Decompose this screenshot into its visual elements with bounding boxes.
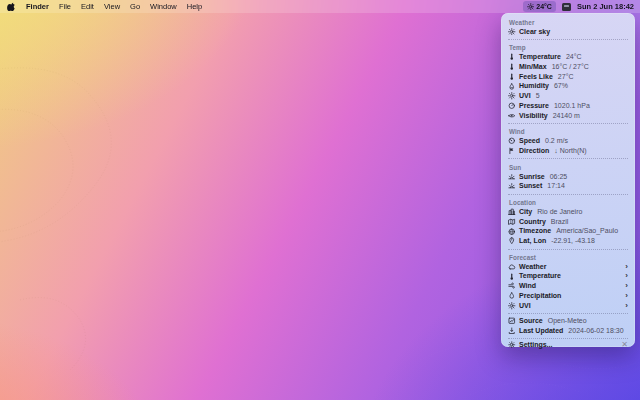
row-value: 17:14 xyxy=(547,181,565,191)
info-row-feels-like: Feels Like27°C xyxy=(508,72,628,82)
info-row-country: CountryBrazil xyxy=(508,217,628,227)
section-header-location: Location xyxy=(509,199,628,206)
row-label: Pressure xyxy=(519,101,549,111)
menu-bar-clock[interactable]: Sun 2 Jun 18:42 xyxy=(577,2,634,11)
menu-item-finder[interactable]: Finder xyxy=(21,0,54,13)
settings-menu-item[interactable]: Settings... ✕ xyxy=(508,341,628,349)
row-label: Timezone xyxy=(519,226,551,236)
input-source-icon[interactable] xyxy=(562,3,571,11)
forecast-submenu-precipitation[interactable]: Precipitation› xyxy=(508,291,628,301)
flag-icon xyxy=(508,147,516,155)
row-label: Temperature xyxy=(519,52,561,62)
chevron-right-icon: › xyxy=(625,282,628,290)
thermometer-icon xyxy=(508,273,516,281)
row-label: Direction xyxy=(519,146,549,156)
forecast-submenu-weather[interactable]: Weather› xyxy=(508,262,628,272)
sun-icon xyxy=(508,302,516,310)
menu-item-file[interactable]: File xyxy=(54,0,76,13)
row-value: 06:25 xyxy=(550,172,568,182)
divider xyxy=(508,39,628,40)
row-label: UVI xyxy=(519,301,531,311)
row-value: ↓ North(N) xyxy=(554,146,586,156)
info-row-speed: Speed0.2 m/s xyxy=(508,136,628,146)
forecast-submenu-temperature[interactable]: Temperature› xyxy=(508,271,628,281)
section-header-wind: Wind xyxy=(509,128,628,135)
row-label: Wind xyxy=(519,281,536,291)
chevron-right-icon: › xyxy=(625,292,628,300)
weather-dropdown-panel: WeatherClear skyTempTemperature24°CMin/M… xyxy=(501,13,635,347)
menu-bar-status: 24°C Sun 2 Jun 18:42 xyxy=(523,1,634,12)
row-value: 67% xyxy=(554,81,568,91)
menu-item-go[interactable]: Go xyxy=(125,0,145,13)
forecast-submenu-uvi[interactable]: UVI› xyxy=(508,301,628,311)
pin-icon xyxy=(508,237,516,245)
divider xyxy=(508,123,628,124)
info-row-uvi: UVI5 xyxy=(508,91,628,101)
row-label: Lat, Lon xyxy=(519,236,546,246)
row-value: 16°C / 27°C xyxy=(552,62,589,72)
section-header-sun: Sun xyxy=(509,164,628,171)
row-label: Last Updated xyxy=(519,326,563,336)
row-label: Visibility xyxy=(519,111,548,121)
divider xyxy=(508,338,628,339)
divider xyxy=(508,249,628,250)
menu-item-help[interactable]: Help xyxy=(182,0,207,13)
gauge-icon xyxy=(508,102,516,110)
info-row-humidity: Humidity67% xyxy=(508,81,628,91)
row-value: Open-Meteo xyxy=(548,316,587,326)
weather-menu-extra[interactable]: 24°C xyxy=(523,1,556,12)
globe-icon xyxy=(508,228,516,236)
divider xyxy=(508,194,628,195)
chevron-right-icon: › xyxy=(625,263,628,271)
sun-icon xyxy=(508,28,516,36)
apple-menu-icon[interactable] xyxy=(6,2,17,11)
sunset-icon xyxy=(508,182,516,190)
wind-icon xyxy=(508,282,516,290)
menu-item-window[interactable]: Window xyxy=(145,0,182,13)
divider xyxy=(508,158,628,159)
download-icon xyxy=(508,327,516,335)
row-value: 1020.1 hPa xyxy=(554,101,590,111)
row-label: UVI xyxy=(519,91,531,101)
droplet-icon xyxy=(508,292,516,300)
humidity-icon xyxy=(508,83,516,91)
menu-item-view[interactable]: View xyxy=(99,0,125,13)
row-label: Source xyxy=(519,316,543,326)
row-label: Speed xyxy=(519,136,540,146)
row-label: Sunrise xyxy=(519,172,545,182)
info-row-clear-sky: Clear sky xyxy=(508,27,628,37)
row-label: Humidity xyxy=(519,81,549,91)
info-row-pressure: Pressure1020.1 hPa xyxy=(508,101,628,111)
section-header-forecast: Forecast xyxy=(509,254,628,261)
info-row-temperature: Temperature24°C xyxy=(508,52,628,62)
info-row-sunset: Sunset17:14 xyxy=(508,181,628,191)
speedometer-icon xyxy=(508,137,516,145)
row-value: 24°C xyxy=(566,52,582,62)
section-header-weather: Weather xyxy=(509,19,628,26)
row-label: Precipitation xyxy=(519,291,561,301)
menu-bar: FinderFileEditViewGoWindowHelp 24°C Sun … xyxy=(0,0,640,13)
menu-item-edit[interactable]: Edit xyxy=(76,0,99,13)
map-icon xyxy=(508,218,516,226)
chevron-right-icon: › xyxy=(625,302,628,310)
row-label: City xyxy=(519,207,532,217)
thermometer-icon xyxy=(508,73,516,81)
info-row-visibility: Visibility24140 m xyxy=(508,111,628,121)
sunrise-icon xyxy=(508,173,516,181)
row-value: Brazil xyxy=(551,217,569,227)
close-icon[interactable]: ✕ xyxy=(621,341,628,349)
row-value: America/Sao_Paulo xyxy=(556,226,618,236)
forecast-submenu-wind[interactable]: Wind› xyxy=(508,281,628,291)
row-value: Rio de Janeiro xyxy=(537,207,582,217)
thermometer-icon xyxy=(508,63,516,71)
row-value: -22.91, -43.18 xyxy=(551,236,595,246)
row-label: Country xyxy=(519,217,546,227)
chart-icon xyxy=(508,317,516,325)
info-row-last-updated: Last Updated2024-06-02 18:30 xyxy=(508,326,628,336)
info-row-direction: Direction↓ North(N) xyxy=(508,146,628,156)
divider xyxy=(508,313,628,314)
settings-label: Settings... xyxy=(519,341,552,348)
row-value: 2024-06-02 18:30 xyxy=(568,326,623,336)
thermometer-icon xyxy=(508,53,516,61)
row-label: Clear sky xyxy=(519,27,550,37)
